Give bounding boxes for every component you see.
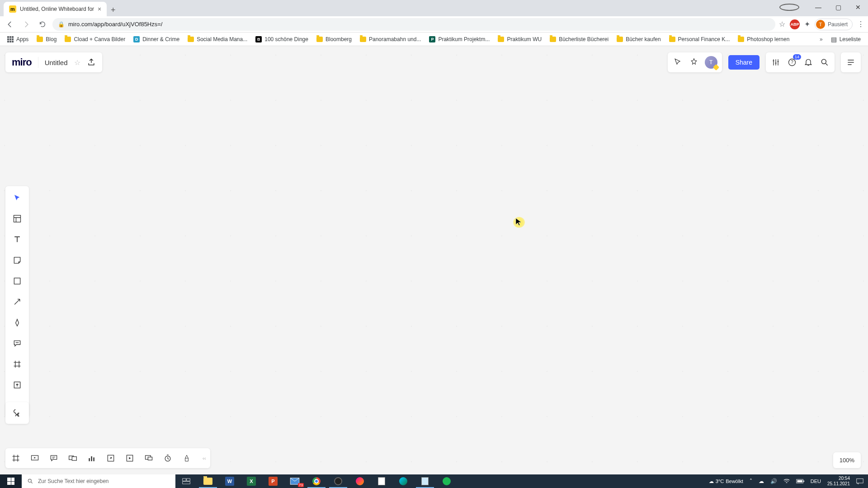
- wifi-icon[interactable]: [783, 479, 790, 484]
- sticky-note-tool[interactable]: [10, 253, 24, 267]
- maximize-button[interactable]: ▢: [828, 0, 848, 14]
- reading-list-button[interactable]: ▤Leseliste: [828, 34, 863, 45]
- battery-icon[interactable]: [796, 479, 804, 483]
- back-button[interactable]: [4, 18, 16, 31]
- url-field[interactable]: 🔒 miro.com/app/board/uXjVOf85Hzs=/: [52, 18, 775, 31]
- export-icon[interactable]: [87, 58, 96, 67]
- bookmark-100-dinge[interactable]: B100 schöne Dinge: [253, 34, 311, 44]
- spotify-icon[interactable]: [436, 474, 458, 488]
- upload-tool[interactable]: [10, 378, 24, 392]
- board-title[interactable]: Untitled: [45, 59, 68, 66]
- pen-tool[interactable]: [10, 315, 24, 330]
- reactions-icon[interactable]: [689, 57, 699, 68]
- cards-icon[interactable]: [67, 452, 79, 464]
- activity-panel-button[interactable]: [841, 52, 861, 72]
- bookmark-photoshop[interactable]: Photoshop lernen: [735, 34, 792, 44]
- notifications-icon[interactable]: [856, 478, 863, 484]
- cursor-mode-icon[interactable]: [672, 57, 683, 68]
- connection-tool[interactable]: [10, 295, 24, 309]
- app-icon-1[interactable]: [349, 474, 371, 488]
- bookmark-cload-canva[interactable]: Cload + Canva Bilder: [62, 34, 128, 44]
- search-icon[interactable]: [819, 57, 830, 68]
- tool-toolbar: [5, 186, 29, 418]
- share-button[interactable]: Share: [728, 55, 760, 70]
- account-circle-icon[interactable]: [779, 4, 799, 11]
- tray-chevron-icon[interactable]: ˄: [750, 478, 752, 484]
- board-header: miro Untitled ☆: [5, 52, 102, 72]
- obs-icon[interactable]: [327, 474, 349, 488]
- bookmark-buecher-kaufen[interactable]: Bücher kaufen: [614, 34, 663, 44]
- taskbar-apps: W X P 73: [175, 474, 458, 488]
- clock[interactable]: 20:54 25.11.2021: [827, 476, 850, 487]
- app-icon-2[interactable]: [371, 474, 392, 488]
- frame-tool[interactable]: [10, 357, 24, 371]
- chrome-menu-icon[interactable]: ⋮: [857, 20, 864, 28]
- bookmark-personal-finance[interactable]: Personal Finance K...: [666, 34, 733, 44]
- user-avatar[interactable]: T: [705, 56, 717, 69]
- start-button[interactable]: [0, 474, 22, 488]
- timer-icon[interactable]: [162, 452, 174, 464]
- star-bookmark-icon[interactable]: ☆: [779, 20, 785, 28]
- task-view-icon[interactable]: [175, 474, 197, 488]
- profile-chip[interactable]: T Pausiert: [815, 19, 853, 30]
- onedrive-icon[interactable]: ☁: [759, 478, 764, 484]
- screen-share-icon[interactable]: [143, 452, 155, 464]
- bookmark-panoramabahn[interactable]: Panoramabahn und...: [357, 34, 424, 44]
- language-indicator[interactable]: DEU: [811, 479, 821, 484]
- reload-button[interactable]: [36, 18, 49, 31]
- bookmark-blog[interactable]: Blog: [34, 34, 59, 44]
- settings-icon[interactable]: [770, 57, 781, 68]
- comment-tool[interactable]: [10, 336, 24, 351]
- embed-icon[interactable]: [124, 452, 136, 464]
- volume-icon[interactable]: 🔊: [770, 478, 777, 484]
- bell-icon[interactable]: [803, 57, 814, 68]
- apps-button[interactable]: Apps: [5, 34, 31, 44]
- voting-icon[interactable]: [181, 452, 193, 464]
- comments-panel-icon[interactable]: [48, 452, 60, 464]
- close-window-button[interactable]: ✕: [848, 0, 868, 14]
- taskbar-search[interactable]: Zur Suche Text hier eingeben: [22, 474, 175, 488]
- templates-tool[interactable]: [10, 211, 24, 226]
- bookmark-dinner-crime[interactable]: DDinner & Crime: [131, 34, 182, 44]
- shape-tool[interactable]: [10, 274, 24, 288]
- bookmark-social-media[interactable]: Social Media Mana...: [185, 34, 250, 44]
- extensions-icon[interactable]: ✦: [804, 20, 810, 28]
- bookmark-praktikum-wu[interactable]: Praktikum WU: [495, 34, 544, 44]
- zoom-indicator[interactable]: 100%: [833, 452, 861, 468]
- weather-widget[interactable]: ☁ 3°C Bewölkt: [709, 479, 743, 484]
- url-text: miro.com/app/board/uXjVOf85Hzs=/: [68, 21, 162, 28]
- svg-rect-21: [183, 479, 186, 481]
- presentation-icon[interactable]: [29, 452, 41, 464]
- edge-icon[interactable]: [392, 474, 414, 488]
- bookmark-buecherliste[interactable]: Bücherliste Bücherei: [547, 34, 611, 44]
- svg-rect-14: [93, 457, 94, 461]
- help-icon[interactable]: ? 14: [787, 57, 797, 68]
- minimize-button[interactable]: —: [808, 0, 828, 14]
- collapse-toolbar-icon[interactable]: ‹‹: [200, 455, 206, 461]
- notepad-icon[interactable]: [414, 474, 436, 488]
- bookmarks-overflow-icon[interactable]: »: [817, 36, 826, 42]
- close-tab-icon[interactable]: ×: [98, 5, 101, 13]
- powerpoint-icon[interactable]: P: [262, 474, 284, 488]
- word-icon[interactable]: W: [219, 474, 241, 488]
- svg-point-2: [821, 59, 826, 64]
- browser-tab[interactable]: m Untitled, Online Whiteboard for ×: [4, 2, 107, 16]
- miro-logo[interactable]: miro: [12, 56, 32, 68]
- mail-icon[interactable]: 73: [284, 474, 306, 488]
- abp-extension-icon[interactable]: ABP: [790, 19, 800, 29]
- miro-canvas-area[interactable]: miro Untitled ☆ T Share ? 14: [0, 46, 868, 474]
- select-tool[interactable]: [10, 191, 24, 205]
- new-tab-button[interactable]: +: [107, 4, 119, 16]
- bookmark-bloomberg[interactable]: Bloomberg: [314, 34, 354, 44]
- forward-button[interactable]: [20, 18, 33, 31]
- file-explorer-icon[interactable]: [197, 474, 219, 488]
- export-panel-icon[interactable]: [105, 452, 117, 464]
- bookmark-praktikum-projekt[interactable]: PPraktikum Projektm...: [426, 34, 492, 44]
- apps-tool[interactable]: [5, 402, 29, 424]
- text-tool[interactable]: [10, 232, 24, 247]
- chrome-icon[interactable]: [306, 474, 327, 488]
- frames-panel-icon[interactable]: [10, 452, 22, 464]
- chart-icon[interactable]: [86, 452, 98, 464]
- star-icon[interactable]: ☆: [74, 58, 80, 67]
- excel-icon[interactable]: X: [241, 474, 262, 488]
